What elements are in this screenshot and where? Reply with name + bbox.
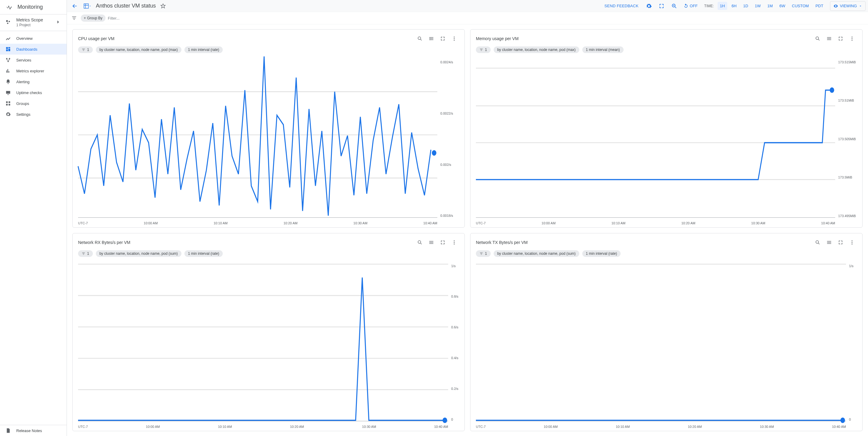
filter-bar: + Group By Filter... bbox=[67, 12, 868, 24]
svg-point-16 bbox=[852, 36, 852, 37]
card-more-button[interactable] bbox=[450, 238, 459, 247]
nav-uptime-checks[interactable]: Uptime checks bbox=[0, 87, 67, 98]
filter-count: 1 bbox=[87, 48, 89, 52]
scope-title: Metrics Scope bbox=[16, 18, 43, 22]
nav-label: Overview bbox=[16, 36, 33, 41]
filter-count-chip[interactable]: 1 bbox=[476, 47, 491, 53]
auto-refresh-toggle[interactable]: OFF bbox=[681, 1, 700, 11]
dashboard-grid: CPU usage per VM 1 by cluster name, loca… bbox=[67, 24, 868, 436]
nav-release-notes[interactable]: Release Notes bbox=[0, 425, 67, 436]
x-axis: UTC-7 10:00 AM 10:10 AM 10:20 AM 10:30 A… bbox=[78, 425, 448, 429]
ytick: 173.505MiB bbox=[838, 137, 857, 141]
reset-zoom-button[interactable] bbox=[669, 1, 680, 11]
time-range-6h[interactable]: 6H bbox=[729, 2, 739, 10]
product-header: Monitoring bbox=[0, 0, 67, 14]
nav-settings[interactable]: Settings bbox=[0, 109, 67, 120]
aggregation-chip[interactable]: by cluster name, location, node name, po… bbox=[96, 250, 181, 257]
nav-overview[interactable]: Overview bbox=[0, 33, 67, 44]
svg-point-26 bbox=[454, 242, 455, 243]
filter-icon[interactable] bbox=[70, 14, 79, 22]
filter-input[interactable]: Filter... bbox=[108, 16, 120, 21]
card-cpu: CPU usage per VM 1 by cluster name, loca… bbox=[72, 29, 465, 228]
aggregation-chip[interactable]: by cluster name, location, node name, po… bbox=[494, 250, 579, 257]
card-fullscreen-button[interactable] bbox=[438, 238, 447, 247]
interval-chip[interactable]: 1 min interval (rate) bbox=[184, 250, 223, 257]
viewing-mode-button[interactable]: VIEWING bbox=[830, 1, 866, 11]
card-zoom-button[interactable] bbox=[415, 34, 425, 43]
fullscreen-button[interactable] bbox=[656, 1, 667, 11]
card-zoom-button[interactable] bbox=[813, 238, 823, 247]
card-zoom-button[interactable] bbox=[415, 238, 425, 247]
send-feedback-button[interactable]: SEND FEEDBACK bbox=[601, 4, 642, 8]
nav-label: Uptime checks bbox=[16, 90, 42, 95]
svg-point-25 bbox=[454, 240, 455, 241]
nav-label: Metrics explorer bbox=[16, 69, 44, 73]
xtick: 10:40 AM bbox=[821, 221, 835, 225]
card-more-button[interactable] bbox=[847, 238, 857, 247]
favorite-button[interactable] bbox=[158, 1, 168, 11]
card-network-rx: Network RX Bytes/s per VM 1 by cluster n… bbox=[72, 233, 465, 432]
groups-icon bbox=[5, 101, 11, 106]
y-axis: 173.515MiB 173.51MiB 173.505MiB 173.5MiB… bbox=[836, 60, 857, 218]
ytick: 1/s bbox=[849, 264, 857, 268]
timezone-button[interactable]: PDT bbox=[813, 2, 826, 10]
aggregation-chip[interactable]: by cluster name, location, node name, po… bbox=[96, 47, 181, 53]
svg-point-15 bbox=[816, 37, 818, 39]
nav-services[interactable]: Services bbox=[0, 55, 67, 65]
time-range-custom[interactable]: CUSTOM bbox=[789, 2, 811, 10]
card-zoom-button[interactable] bbox=[813, 34, 823, 43]
filter-count-chip[interactable]: 1 bbox=[476, 250, 491, 257]
nav-label: Release Notes bbox=[16, 429, 42, 433]
svg-point-37 bbox=[852, 243, 852, 244]
svg-point-9 bbox=[454, 38, 455, 39]
dashboard-settings-button[interactable] bbox=[644, 1, 654, 11]
card-fullscreen-button[interactable] bbox=[836, 34, 845, 43]
x-axis: UTC-7 10:00 AM 10:10 AM 10:20 AM 10:30 A… bbox=[476, 221, 835, 225]
tx-chart: 1/s 0 UTC-7 10:00 AM 10:10 AM 10:20 AM 1… bbox=[476, 264, 857, 429]
nav-dashboards[interactable]: Dashboards bbox=[0, 44, 67, 55]
card-title: Memory usage per VM bbox=[476, 36, 519, 41]
nav-metrics-explorer[interactable]: Metrics explorer bbox=[0, 65, 67, 76]
card-legend-button[interactable] bbox=[427, 238, 436, 247]
svg-point-10 bbox=[454, 40, 455, 41]
ytick: 173.5MiB bbox=[838, 175, 857, 179]
card-more-button[interactable] bbox=[847, 34, 857, 43]
card-more-button[interactable] bbox=[450, 34, 459, 43]
aggregation-chip[interactable]: by cluster name, location, node name, po… bbox=[494, 47, 579, 53]
nav-alerting[interactable]: Alerting bbox=[0, 76, 67, 87]
nav-label: Settings bbox=[16, 112, 30, 117]
card-legend-button[interactable] bbox=[824, 34, 834, 43]
y-axis: 0.0024/s 0.0022/s 0.002/s 0.0018/s bbox=[438, 60, 459, 218]
time-range-6w[interactable]: 6W bbox=[777, 2, 788, 10]
xtick: 10:30 AM bbox=[353, 221, 367, 225]
settings-icon bbox=[5, 112, 11, 117]
card-legend-button[interactable] bbox=[427, 34, 436, 43]
back-button[interactable] bbox=[69, 1, 80, 11]
scope-icon bbox=[5, 20, 11, 26]
xtick: 10:10 AM bbox=[616, 425, 629, 429]
card-title: Network TX Bytes/s per VM bbox=[476, 240, 528, 245]
xtick: 10:00 AM bbox=[146, 425, 160, 429]
card-fullscreen-button[interactable] bbox=[438, 34, 447, 43]
memory-chart: 173.515MiB 173.51MiB 173.505MiB 173.5MiB… bbox=[476, 60, 857, 225]
card-legend-button[interactable] bbox=[824, 238, 834, 247]
svg-point-23 bbox=[830, 87, 834, 93]
dashboard-picker-button[interactable] bbox=[82, 1, 93, 11]
interval-chip[interactable]: 1 min interval (mean) bbox=[582, 47, 624, 53]
x-axis: UTC-7 10:00 AM 10:10 AM 10:20 AM 10:30 A… bbox=[476, 425, 846, 429]
time-range-1d[interactable]: 1D bbox=[741, 2, 751, 10]
time-range-1h[interactable]: 1H bbox=[718, 2, 727, 10]
nav-label: Groups bbox=[16, 101, 29, 106]
group-by-chip[interactable]: + Group By bbox=[81, 14, 105, 22]
time-range-1w[interactable]: 1W bbox=[752, 2, 763, 10]
uptime-icon bbox=[5, 90, 11, 95]
filter-count-chip[interactable]: 1 bbox=[78, 47, 93, 53]
nav-groups[interactable]: Groups bbox=[0, 98, 67, 109]
sidebar: Monitoring Metrics Scope 1 Project Overv… bbox=[0, 0, 67, 436]
filter-count-chip[interactable]: 1 bbox=[78, 250, 93, 257]
card-fullscreen-button[interactable] bbox=[836, 238, 845, 247]
metrics-scope-selector[interactable]: Metrics Scope 1 Project bbox=[0, 14, 67, 31]
interval-chip[interactable]: 1 min interval (rate) bbox=[582, 250, 621, 257]
interval-chip[interactable]: 1 min interval (rate) bbox=[184, 47, 223, 53]
time-range-1m[interactable]: 1M bbox=[765, 2, 775, 10]
